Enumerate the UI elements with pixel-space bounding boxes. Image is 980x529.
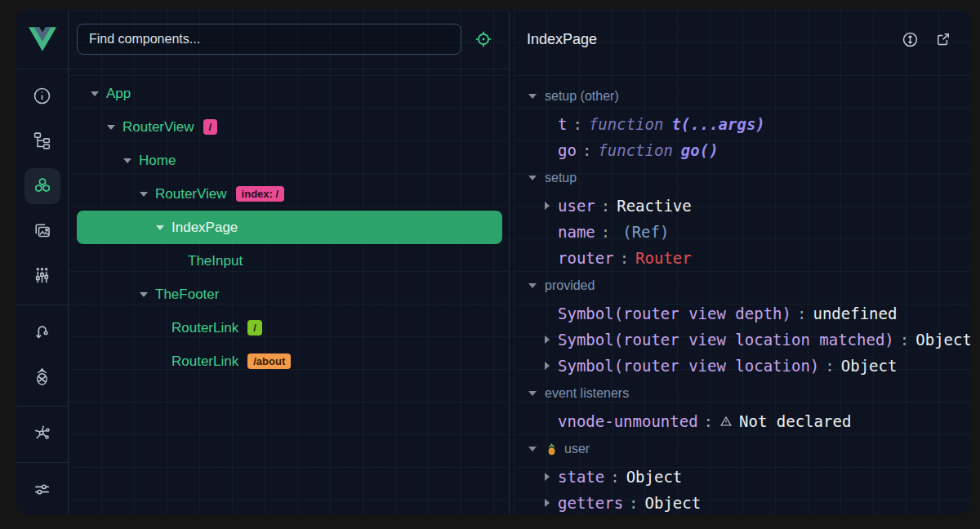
field-value: Not declared	[739, 412, 851, 430]
state-field[interactable]: go:functiongo()	[514, 137, 970, 163]
field-value: Router	[635, 249, 692, 267]
section-title: setup	[545, 171, 577, 185]
router-icon	[24, 314, 60, 350]
inspector-pane: IndexPage setup (o	[514, 10, 970, 514]
rail-group-3	[16, 463, 68, 514]
section-header-1[interactable]: setup	[514, 163, 970, 193]
field-key: go	[558, 141, 577, 159]
state-field[interactable]: user:Reactive	[514, 193, 970, 219]
expand-toggle-icon[interactable]	[140, 192, 148, 197]
tree-item-routerview-3[interactable]: RouterViewindex: /	[77, 177, 502, 211]
field-value: undefined	[813, 305, 897, 322]
tree-item-theinput-5[interactable]: TheInput	[77, 244, 502, 278]
sidebar-item-assets[interactable]	[16, 208, 68, 253]
tree-item-label: RouterView	[155, 186, 227, 202]
expand-arrow-icon[interactable]	[545, 362, 550, 370]
rail-group-0	[16, 69, 68, 305]
field-key: state	[558, 468, 604, 486]
component-tree-pane: AppRouterView/HomeRouterViewindex: /Inde…	[69, 10, 510, 514]
field-key: router	[558, 249, 614, 267]
sidebar-item-components[interactable]	[16, 163, 68, 208]
section-header-2[interactable]: provided	[514, 271, 970, 300]
inspector-body: setup (other)t:functiont(...args)go:func…	[514, 69, 970, 514]
rail-group-2	[16, 407, 68, 463]
key-value-separator: :	[900, 331, 909, 349]
state-field[interactable]: name:(Ref)	[514, 219, 970, 245]
devtools-window: AppRouterView/HomeRouterViewindex: /Inde…	[16, 10, 970, 514]
rail-groups	[16, 69, 68, 514]
function-signature: t(...args)	[671, 115, 764, 133]
expand-toggle-icon[interactable]	[140, 292, 148, 297]
expand-toggle-icon[interactable]	[123, 158, 131, 163]
tree-item-thefooter-6[interactable]: TheFooter	[77, 278, 502, 311]
tree-item-label: RouterLink	[172, 320, 238, 336]
tree-item-home-2[interactable]: Home	[77, 144, 502, 177]
section-header-3[interactable]: event listeners	[514, 379, 970, 408]
key-value-separator: :	[601, 197, 610, 215]
function-keyword: function	[589, 115, 664, 133]
function-signature: go()	[681, 141, 719, 159]
inspect-element-button[interactable]	[471, 27, 496, 51]
sidebar-item-settings[interactable]	[16, 467, 68, 512]
expand-arrow-icon[interactable]	[545, 473, 550, 481]
field-key: getters	[558, 494, 623, 512]
state-field[interactable]: router:Router	[514, 245, 970, 271]
section-header-0[interactable]: setup (other)	[514, 82, 970, 111]
state-field[interactable]: state:Object	[514, 464, 970, 490]
expand-toggle-icon[interactable]	[107, 125, 115, 130]
settings-icon	[24, 472, 60, 508]
route-badge: /about	[247, 353, 291, 369]
expand-toggle-icon[interactable]	[156, 225, 164, 230]
tree-item-label: App	[106, 86, 131, 102]
key-value-separator: :	[825, 357, 834, 375]
inspector-header: IndexPage	[514, 10, 970, 69]
key-value-separator: :	[572, 115, 581, 133]
state-field[interactable]: Symbol(router view depth):undefined	[514, 300, 970, 327]
key-value-separator: :	[797, 305, 806, 322]
inspector-title: IndexPage	[527, 31, 886, 48]
section-title: user	[564, 442, 590, 456]
sidebar-item-timeline[interactable]	[16, 253, 68, 298]
tree-item-label: TheFooter	[155, 287, 219, 303]
field-value: Object	[626, 468, 683, 486]
sidebar-item-router[interactable]	[16, 309, 68, 354]
components-icon	[24, 168, 60, 204]
section-header-4[interactable]: user	[514, 434, 970, 464]
key-value-separator: :	[620, 249, 629, 267]
assets-icon	[24, 213, 60, 249]
sidebar-item-pages[interactable]	[16, 118, 68, 163]
scroll-to-component-button[interactable]	[901, 30, 920, 49]
tree-item-app-0[interactable]: App	[77, 77, 502, 110]
timeline-icon	[24, 258, 60, 294]
icon-rail	[16, 10, 69, 514]
open-in-editor-button[interactable]	[934, 30, 952, 48]
key-value-separator: :	[629, 494, 638, 512]
expand-arrow-icon[interactable]	[545, 202, 550, 210]
component-tree: AppRouterView/HomeRouterViewindex: /Inde…	[69, 69, 509, 378]
state-field[interactable]: Symbol(router view location matched):Obj…	[514, 327, 970, 353]
hierarchy-icon	[24, 123, 60, 159]
section-title: provided	[545, 278, 595, 293]
state-field[interactable]: getters:Object	[514, 490, 970, 514]
tree-item-label: Home	[139, 153, 176, 169]
search-input[interactable]	[77, 24, 461, 55]
tree-item-label: RouterLink	[172, 353, 238, 370]
tree-item-routerview-1[interactable]: RouterView/	[77, 110, 502, 144]
tree-item-routerlink-8[interactable]: RouterLink/about	[77, 345, 502, 378]
scroll-to-component-icon	[901, 30, 920, 49]
state-field[interactable]: vnode-unmounted:Not declared	[514, 408, 970, 434]
sidebar-item-graph[interactable]	[16, 411, 68, 456]
sidebar-item-pinia[interactable]	[16, 354, 68, 399]
tree-item-indexpage-4[interactable]: IndexPage	[77, 211, 502, 244]
tree-item-routerlink-7[interactable]: RouterLink/	[77, 311, 502, 345]
field-value: Object	[645, 494, 702, 512]
expand-arrow-icon[interactable]	[545, 336, 550, 344]
sidebar-item-overview[interactable]	[16, 73, 68, 118]
tree-item-label: RouterView	[122, 119, 194, 136]
state-field[interactable]: t:functiont(...args)	[514, 111, 970, 137]
pinia-icon	[24, 359, 60, 395]
field-key: name	[558, 223, 595, 241]
expand-arrow-icon[interactable]	[545, 499, 550, 507]
state-field[interactable]: Symbol(router view location):Object	[514, 353, 970, 379]
expand-toggle-icon[interactable]	[91, 91, 99, 96]
